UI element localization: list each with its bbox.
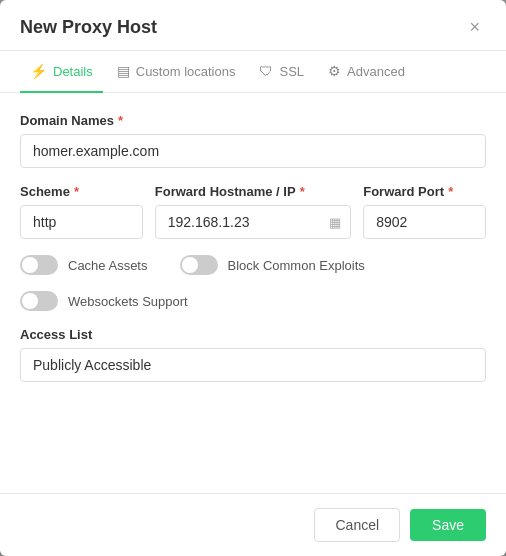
- tab-details-label: Details: [53, 64, 93, 79]
- server-icon: ▦: [329, 215, 341, 230]
- modal-overlay: New Proxy Host × ⚡ Details ▤ Custom loca…: [0, 0, 506, 556]
- save-button[interactable]: Save: [410, 509, 486, 541]
- forward-hostname-label: Forward Hostname / IP *: [155, 184, 351, 199]
- custom-locations-icon: ▤: [117, 63, 130, 79]
- connection-fields-row: Scheme * Forward Hostname / IP * ▦: [20, 184, 486, 239]
- tab-advanced[interactable]: ⚙ Advanced: [318, 51, 415, 93]
- websockets-slider: [20, 291, 58, 311]
- close-button[interactable]: ×: [463, 16, 486, 38]
- forward-port-input[interactable]: [363, 205, 486, 239]
- modal-title: New Proxy Host: [20, 17, 157, 38]
- forward-port-field: Forward Port *: [363, 184, 486, 239]
- cache-assets-slider: [20, 255, 58, 275]
- modal-dialog: New Proxy Host × ⚡ Details ▤ Custom loca…: [0, 0, 506, 556]
- modal-header: New Proxy Host ×: [0, 0, 506, 51]
- forward-hostname-input-wrapper: ▦: [155, 205, 351, 239]
- domain-names-label: Domain Names *: [20, 113, 486, 128]
- cache-assets-toggle[interactable]: [20, 255, 58, 275]
- tab-bar: ⚡ Details ▤ Custom locations 🛡 SSL ⚙ Adv…: [0, 51, 506, 93]
- tab-ssl[interactable]: 🛡 SSL: [249, 51, 314, 93]
- domain-names-input[interactable]: [20, 134, 486, 168]
- fp-required-star: *: [448, 184, 453, 199]
- access-list-input[interactable]: [20, 348, 486, 382]
- tab-ssl-label: SSL: [279, 64, 304, 79]
- tab-details[interactable]: ⚡ Details: [20, 51, 103, 93]
- modal-footer: Cancel Save: [0, 493, 506, 556]
- ssl-icon: 🛡: [259, 63, 273, 79]
- access-list-field: Access List: [20, 327, 486, 382]
- tab-custom-locations[interactable]: ▤ Custom locations: [107, 51, 246, 93]
- fh-required-star: *: [300, 184, 305, 199]
- tab-advanced-label: Advanced: [347, 64, 405, 79]
- cache-assets-label: Cache Assets: [68, 258, 148, 273]
- scheme-required-star: *: [74, 184, 79, 199]
- block-exploits-toggle[interactable]: [180, 255, 218, 275]
- required-star: *: [118, 113, 123, 128]
- toggle-row-2: Websockets Support: [20, 291, 486, 311]
- websockets-toggle-item: Websockets Support: [20, 291, 188, 311]
- scheme-label: Scheme *: [20, 184, 143, 199]
- advanced-icon: ⚙: [328, 63, 341, 79]
- toggle-row-1: Cache Assets Block Common Exploits: [20, 255, 486, 275]
- forward-port-label: Forward Port *: [363, 184, 486, 199]
- modal-body: Domain Names * Scheme * Forward Hostname…: [0, 93, 506, 493]
- block-exploits-toggle-item: Block Common Exploits: [180, 255, 365, 275]
- cancel-button[interactable]: Cancel: [314, 508, 400, 542]
- access-list-label: Access List: [20, 327, 486, 342]
- domain-names-field: Domain Names *: [20, 113, 486, 168]
- scheme-field: Scheme *: [20, 184, 143, 239]
- block-exploits-label: Block Common Exploits: [228, 258, 365, 273]
- forward-hostname-input[interactable]: [155, 205, 351, 239]
- scheme-input[interactable]: [20, 205, 143, 239]
- block-exploits-slider: [180, 255, 218, 275]
- websockets-toggle[interactable]: [20, 291, 58, 311]
- websockets-label: Websockets Support: [68, 294, 188, 309]
- cache-assets-toggle-item: Cache Assets: [20, 255, 148, 275]
- details-icon: ⚡: [30, 63, 47, 79]
- tab-custom-locations-label: Custom locations: [136, 64, 236, 79]
- forward-hostname-field: Forward Hostname / IP * ▦: [155, 184, 351, 239]
